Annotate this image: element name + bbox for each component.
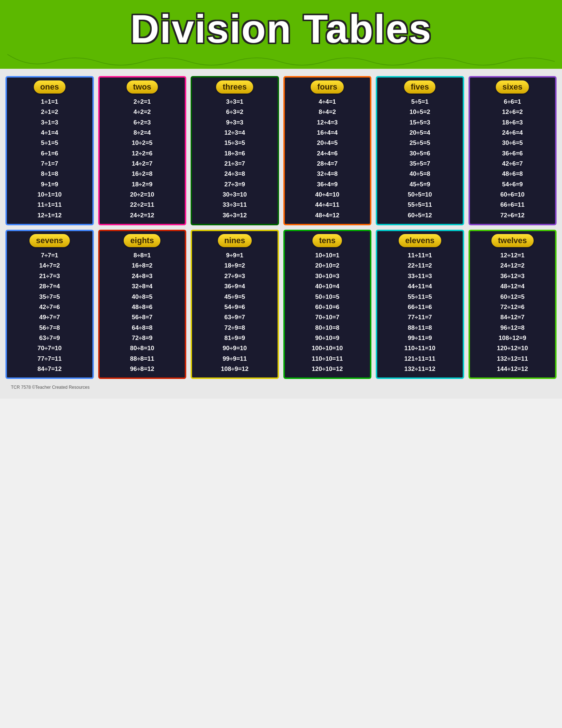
table-card-twelves: twelves12÷12=124÷12=236÷12=348÷12=460÷12…: [469, 230, 557, 379]
equation: 20÷10=2: [315, 261, 339, 270]
equation: 32÷8=4: [132, 282, 152, 291]
equation: 30÷6=5: [502, 138, 523, 148]
table-equations-sevens: 7÷7=114÷7=221÷7=328÷7=435÷7=542÷7=649÷7=…: [9, 251, 90, 374]
equation: 6÷3=2: [226, 107, 243, 117]
equation: 5÷1=5: [41, 138, 58, 148]
equation: 3÷3=1: [226, 97, 243, 107]
table-label-tens: tens: [312, 234, 342, 247]
table-card-fours: fours4÷4=18÷4=212÷4=316÷4=420÷4=524÷4=62…: [283, 76, 372, 225]
equation: 48÷8=6: [132, 302, 152, 312]
equation: 10÷2=5: [132, 138, 152, 148]
equation: 4÷2=2: [133, 107, 151, 117]
equation: 32÷4=8: [317, 169, 338, 179]
table-card-elevens: elevens11÷11=122÷11=233÷11=344÷11=455÷11…: [376, 230, 464, 379]
equation: 3÷1=3: [41, 118, 58, 127]
equation: 90÷10=9: [315, 333, 339, 343]
equation: 2÷2=1: [133, 97, 151, 107]
equation: 36÷9=4: [224, 282, 245, 291]
equation: 55÷11=5: [408, 292, 432, 302]
equation: 8÷2=4: [133, 128, 151, 138]
equation: 24÷4=6: [317, 149, 338, 158]
equation: 16÷4=4: [317, 128, 338, 138]
table-label-sixes: sixes: [496, 80, 529, 94]
equation: 144÷12=12: [497, 364, 528, 374]
equation: 7÷7=1: [41, 251, 58, 260]
equation: 64÷8=8: [132, 323, 152, 333]
equation: 81÷9=9: [224, 333, 245, 343]
table-card-nines: nines9÷9=118÷9=227÷9=336÷9=445÷9=554÷9=6…: [191, 230, 279, 379]
equation: 50÷5=10: [408, 190, 432, 199]
equation: 14÷7=2: [39, 261, 60, 270]
equation: 77÷7=11: [37, 354, 62, 364]
equation: 54÷6=9: [502, 180, 523, 189]
equation: 40÷10=4: [315, 282, 339, 291]
equation: 15÷3=5: [224, 138, 245, 148]
table-equations-twelves: 12÷12=124÷12=236÷12=348÷12=460÷12=572÷12…: [472, 251, 553, 374]
equation: 24÷12=2: [500, 261, 525, 270]
equation: 35÷5=7: [410, 159, 430, 169]
table-equations-elevens: 11÷11=122÷11=233÷11=344÷11=455÷11=566÷11…: [379, 251, 461, 374]
equation: 96÷8=12: [130, 364, 154, 374]
equation: 56÷7=8: [39, 323, 60, 333]
equation: 14÷2=7: [132, 159, 152, 169]
equation: 12÷3=4: [224, 128, 245, 138]
equation: 66÷6=11: [500, 200, 525, 210]
table-label-nines: nines: [218, 234, 252, 247]
table-label-eights: eights: [124, 234, 160, 247]
equation: 49÷7=7: [39, 313, 60, 322]
equation: 84÷7=12: [37, 364, 62, 374]
equation: 4÷1=4: [41, 128, 58, 138]
table-label-ones: ones: [34, 80, 65, 94]
equation: 30÷5=6: [410, 149, 430, 158]
equation: 60÷12=5: [500, 292, 525, 302]
table-card-twos: twos2÷2=14÷2=26÷2=38÷2=410÷2=512÷2=614÷2…: [98, 76, 187, 225]
equation: 121÷11=11: [404, 354, 435, 364]
equation: 60÷6=10: [500, 190, 525, 199]
equation: 24÷8=3: [132, 272, 152, 281]
equation: 16÷2=8: [132, 169, 152, 179]
equation: 36÷12=3: [500, 272, 525, 281]
table-equations-sixes: 6÷6=112÷6=218÷6=324÷6=430÷6=536÷6=642÷6=…: [472, 97, 553, 220]
equation: 11÷11=1: [408, 251, 432, 260]
equation: 18÷2=9: [132, 180, 152, 189]
equation: 48÷6=8: [502, 169, 523, 179]
equation: 11÷1=11: [37, 200, 62, 210]
table-equations-fours: 4÷4=18÷4=212÷4=316÷4=420÷4=524÷4=628÷4=7…: [287, 97, 368, 220]
equation: 36÷3=12: [223, 211, 247, 220]
table-card-ones: ones1÷1=12÷1=23÷1=34÷1=45÷1=56÷1=67÷1=78…: [5, 76, 94, 225]
table-card-eights: eights8÷8=116÷8=224÷8=332÷8=440÷8=548÷8=…: [98, 230, 187, 379]
equation: 55÷5=11: [408, 200, 432, 210]
equation: 28÷4=7: [317, 159, 338, 169]
equation: 72÷9=8: [224, 323, 245, 333]
equation: 99÷11=9: [408, 333, 432, 343]
table-equations-threes: 3÷3=16÷3=29÷3=312÷3=415÷3=518÷3=621÷3=72…: [194, 97, 275, 220]
equation: 8÷4=2: [319, 107, 336, 117]
equation: 72÷12=6: [500, 302, 525, 312]
equation: 22÷11=2: [408, 261, 432, 270]
table-card-sixes: sixes6÷6=112÷6=218÷6=324÷6=430÷6=536÷6=6…: [469, 76, 557, 225]
table-label-fours: fours: [311, 80, 344, 94]
equation: 80÷8=10: [130, 344, 154, 353]
equation: 72÷8=9: [132, 333, 152, 343]
equation: 20÷2=10: [130, 190, 154, 199]
table-label-sevens: sevens: [29, 234, 70, 247]
equation: 120÷12=10: [497, 344, 528, 353]
equation: 9÷1=9: [41, 180, 58, 189]
equation: 2÷1=2: [41, 107, 58, 117]
equation: 12÷4=3: [317, 118, 338, 127]
table-card-sevens: sevens7÷7=114÷7=221÷7=328÷7=435÷7=542÷7=…: [5, 230, 94, 379]
equation: 60÷10=6: [315, 302, 339, 312]
equation: 60÷5=12: [408, 211, 432, 220]
table-equations-fives: 5÷5=110÷5=215÷5=320÷5=425÷5=530÷5=635÷5=…: [379, 97, 461, 220]
equation: 108÷9=12: [221, 364, 248, 374]
equation: 99÷9=11: [223, 354, 247, 364]
equation: 42÷6=7: [502, 159, 523, 169]
table-card-fives: fives5÷5=110÷5=215÷5=320÷5=425÷5=530÷5=6…: [376, 76, 464, 225]
equation: 18÷6=3: [502, 118, 523, 127]
equation: 21÷7=3: [39, 272, 60, 281]
equation: 100÷10=10: [312, 344, 343, 353]
equation: 9÷3=3: [226, 118, 243, 127]
table-label-elevens: elevens: [399, 234, 441, 247]
table-card-tens: tens10÷10=120÷10=230÷10=340÷10=450÷10=56…: [283, 230, 372, 379]
equation: 7÷1=7: [41, 159, 58, 169]
